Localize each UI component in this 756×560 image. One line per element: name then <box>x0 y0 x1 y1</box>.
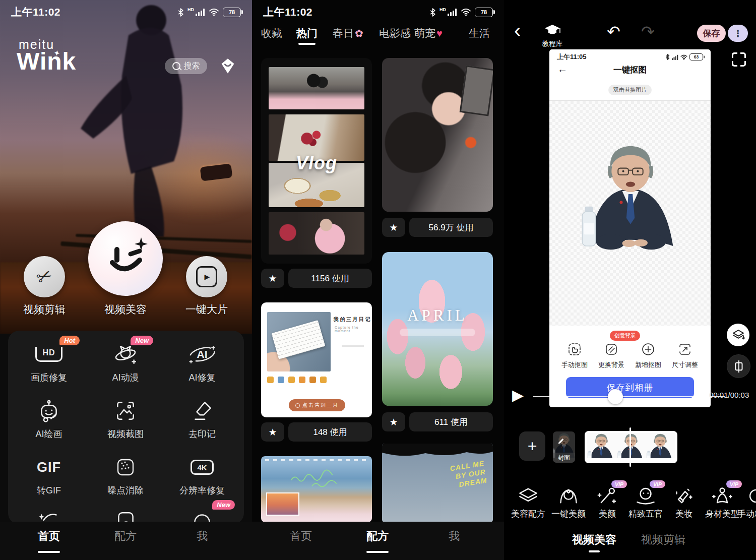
template-card-diary[interactable]: 我的三月日记 Capture the moment 点击告别三月 <box>261 302 372 417</box>
use-button[interactable]: 56.9万 使用 <box>409 218 493 237</box>
favorite-button[interactable]: ★ <box>261 422 284 442</box>
new-badge: New <box>212 500 235 510</box>
video-edit-button[interactable]: ✂ <box>24 256 65 297</box>
tab-hot[interactable]: 热门 <box>296 26 318 40</box>
tool-replace-bg[interactable]: 更换背景 <box>593 342 630 369</box>
nav-recipes[interactable]: 配方 <box>95 529 156 544</box>
cutout-subject-man[interactable] <box>579 139 682 264</box>
feature-video-screenshot[interactable]: 视频截图 <box>88 398 163 440</box>
feature-hd-repair[interactable]: Hot HD 画质修复 <box>11 342 87 384</box>
favorite-button[interactable]: ★ <box>382 412 405 431</box>
graduation-cap-icon <box>544 24 561 36</box>
fourk-icon: 4K <box>191 460 214 475</box>
diary-cta-button[interactable]: 点击告别三月 <box>289 399 345 411</box>
playhead[interactable] <box>629 427 631 467</box>
ticket <box>271 320 325 359</box>
body-shape-icon <box>712 486 733 506</box>
wifi-icon <box>461 8 471 16</box>
face-features-icon <box>635 486 656 506</box>
film-frame <box>646 433 675 458</box>
tab-video-edit[interactable]: 视频剪辑 <box>641 532 685 547</box>
flower-icon: ✿ <box>355 27 363 39</box>
progress-track[interactable] <box>533 396 725 397</box>
wink-face-icon <box>100 233 151 284</box>
nav-me[interactable]: 我 <box>424 529 484 544</box>
feature-denoise[interactable]: 噪点消除 <box>88 455 163 496</box>
play-button[interactable]: ▶ <box>512 386 524 404</box>
video-beauty-button[interactable] <box>88 221 163 296</box>
template-card-beach[interactable] <box>261 456 372 522</box>
feature-ai-repair[interactable]: AI AI修复 <box>164 342 240 384</box>
tool-fine-features[interactable]: VIP 精致五官 <box>625 485 666 520</box>
inner-nav: ← 一键抠图 <box>549 63 711 78</box>
tool-add-cutout[interactable]: 新增抠图 <box>629 342 667 369</box>
active-indicator <box>298 43 316 45</box>
timeline-filmstrip[interactable] <box>585 431 677 463</box>
save-to-album-button[interactable]: 保存到相册 <box>566 377 694 398</box>
template-card-dream[interactable]: CALL ME BY OUR DREAM <box>382 444 493 522</box>
tool-beauty[interactable]: VIP 美颜 <box>587 485 628 520</box>
filmstrip-frames <box>587 433 675 458</box>
star-icon: ★ <box>389 416 398 428</box>
tab-cinematic[interactable]: 电影感 <box>379 26 411 40</box>
tool-resize[interactable]: 尺寸调整 <box>666 342 704 369</box>
star-icon: ★ <box>389 222 398 233</box>
one-tap-film-button[interactable]: ▶ <box>186 256 227 297</box>
template-card-vlog[interactable]: Vlog <box>261 58 372 264</box>
feature-ai-paint[interactable]: AI绘画 <box>11 398 87 440</box>
nav-me[interactable]: 我 <box>172 529 232 544</box>
layers-button[interactable] <box>727 324 749 346</box>
feature-resolution[interactable]: 4K 分辨率修复 <box>164 455 240 496</box>
video-preview-cutout-screen[interactable]: 上午11:05 63 ← 一键抠图 双击替换图片 创意背景 <box>549 49 711 407</box>
fullscreen-icon[interactable] <box>732 52 746 67</box>
cover-thumbnail[interactable]: 封面 <box>553 431 575 463</box>
search-input[interactable]: 搜索 <box>165 58 207 74</box>
tutorial-library-button[interactable]: 教程库 <box>539 24 565 48</box>
tab-pets[interactable]: 萌宠♥ <box>414 26 443 40</box>
cutout-canvas[interactable] <box>549 100 711 326</box>
favorite-button[interactable]: ★ <box>382 218 405 237</box>
vip-gem-icon[interactable] <box>219 57 237 75</box>
compare-button[interactable] <box>727 354 750 378</box>
template-card-girl[interactable] <box>382 58 493 212</box>
save-button[interactable]: 保存 <box>697 25 726 42</box>
nav-recipes[interactable]: 配方 <box>347 529 408 544</box>
nav-home[interactable]: 首页 <box>271 529 331 544</box>
tab-favorites[interactable]: 收藏 <box>261 26 282 40</box>
undo-button[interactable]: ↶ <box>607 22 620 41</box>
plus-icon: + <box>528 437 537 456</box>
feature-to-gif[interactable]: GIF 转GIF <box>11 455 87 496</box>
hd-indicator: HD <box>187 7 194 12</box>
signal-icon <box>672 54 678 60</box>
search-placeholder: 搜索 <box>184 61 200 72</box>
inner-title: 一键抠图 <box>549 65 711 76</box>
feature-remove-mark[interactable]: 去印记 <box>164 398 240 440</box>
tool-one-tap-beauty[interactable]: 一键美颜 <box>548 485 589 520</box>
use-button[interactable]: 1156 使用 <box>288 269 372 288</box>
status-icons: HD 78 <box>429 8 493 17</box>
use-button[interactable]: 148 使用 <box>288 422 372 442</box>
add-clip-button[interactable]: + <box>519 431 545 461</box>
redo-button[interactable]: ↷ <box>641 22 655 41</box>
tool-manual-cutout[interactable]: 手动抠图 <box>556 342 593 369</box>
tool-beauty-recipe[interactable]: 美容配方 <box>508 485 549 520</box>
nav-home[interactable]: 首页 <box>19 529 79 544</box>
bottom-nav: 首页 配方 我 <box>252 522 504 560</box>
tab-life[interactable]: 生活 <box>469 26 490 40</box>
tab-video-beauty[interactable]: 视频美容 <box>572 532 616 547</box>
tool-makeup[interactable]: 美妆 <box>663 485 705 520</box>
editor-screen: ‹ 教程库 ↶ ↷ 保存 ⋮ 上午11:05 63 <box>504 0 756 560</box>
more-options-button[interactable]: ⋮ <box>728 25 748 42</box>
active-indicator <box>38 551 60 553</box>
tool-manual-retouch[interactable]: VIP 手动精修 <box>734 485 756 520</box>
back-button[interactable]: ‹ <box>514 20 521 40</box>
manual-cutout-icon <box>568 342 582 356</box>
favorite-button[interactable]: ★ <box>261 269 284 288</box>
makeup-brush-icon <box>597 486 618 506</box>
tab-spring[interactable]: 春日✿ <box>333 26 363 40</box>
hd-icon: HD <box>35 347 62 362</box>
progress-handle[interactable] <box>608 389 623 404</box>
template-card-april[interactable]: APRIL <box>382 252 493 406</box>
use-button[interactable]: 611 使用 <box>409 412 493 431</box>
feature-ai-anime[interactable]: New AI动漫 <box>88 342 163 384</box>
